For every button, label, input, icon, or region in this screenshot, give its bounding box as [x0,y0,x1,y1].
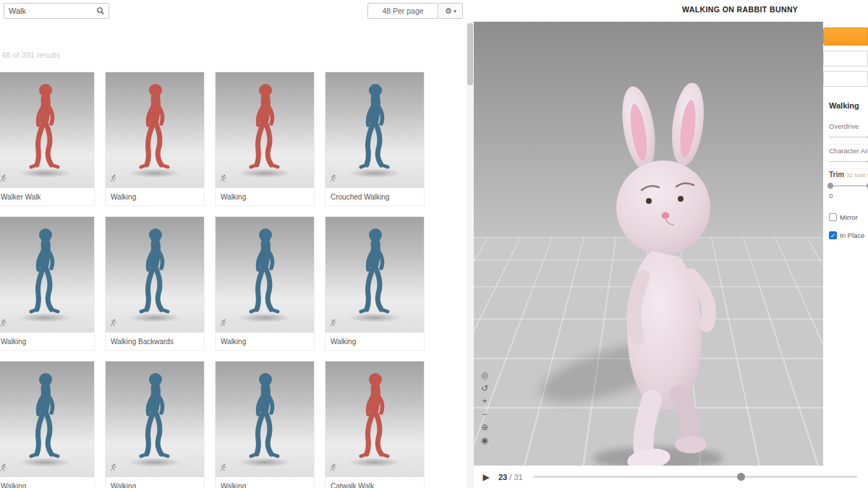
chevron-down-icon: ▾ [454,8,456,14]
checkbox-row[interactable]: Mirror [829,208,868,226]
preview-title: WALKING ON RABBIT BUNNY [682,5,798,14]
motion-type-run-icon [219,172,227,185]
camera-icon[interactable]: ◉ [480,435,490,445]
timeline-slider[interactable] [533,466,857,488]
animation-card[interactable]: Walking [0,361,94,488]
animation-card-label: Walking [216,477,314,488]
results-count: 48 of 391 results [1,51,60,59]
trim-label: Trim32 total f [829,171,868,179]
animation-card[interactable]: Walking Backwards [106,217,204,350]
viewport-controls: ◎↺+−⊕◉ [480,370,490,445]
mannequin-figure [349,224,400,325]
checkbox[interactable] [829,213,837,221]
library-topbar: 48 Per page ⚙ ▾ [0,0,474,22]
animation-card-label: Walking [0,333,94,350]
mannequin-figure [129,224,180,325]
download-button[interactable] [823,27,868,46]
animation-card-label: Walking [216,333,314,350]
timeline-track[interactable] [533,476,857,478]
trim-value: 0 [829,192,868,200]
sidebar-action-button-2[interactable] [823,71,868,87]
trim-control: Trim32 total f 0 [829,171,868,200]
sidebar-params: Overdrive Character Arm [829,120,868,169]
animation-card[interactable]: Walking [106,361,204,488]
zoom-in-icon[interactable]: + [480,396,490,406]
search-input[interactable] [4,7,93,15]
mannequin-figure [129,369,180,470]
animation-thumbnail [326,72,424,188]
motion-type-run-icon [329,172,337,185]
settings-sidebar: Walking Overdrive Character Arm Trim32 t… [823,22,868,466]
per-page-select[interactable]: 48 Per page [367,3,438,19]
animation-thumbnail [216,217,314,333]
animation-card-label: Walking [106,477,204,488]
param-label: Character Arm [829,145,868,155]
preview-panel: WALKING ON RABBIT BUNNY [474,0,868,488]
checkbox[interactable]: ✓ [829,231,837,239]
trim-handle-start[interactable] [827,183,833,189]
animation-card[interactable]: Crouched Walking [326,72,424,205]
animation-name: Walking [829,101,868,110]
animation-thumbnail [0,361,94,477]
motion-type-run-icon [219,461,227,474]
reset-view-icon[interactable]: ↺ [480,383,490,393]
play-button[interactable]: ▶ [474,472,498,482]
mannequin-figure [20,224,70,325]
mannequin-figure [129,80,180,181]
character-rabbit [582,83,749,466]
mannequin-figure [239,224,290,325]
animation-card-label: Walking Backwards [106,333,204,350]
orbit-icon[interactable]: ◎ [480,370,490,380]
param-slider[interactable] [829,161,868,162]
animation-thumbnail [216,361,314,477]
animation-card[interactable]: Walking [106,72,204,205]
search-icon[interactable] [93,7,109,15]
animation-library-panel: Walker Walk Walking [0,0,474,488]
param-row: Overdrive [829,120,868,145]
trim-range-slider[interactable] [829,185,868,187]
animation-thumbnail [0,217,94,333]
animation-grid: Walker Walk Walking [0,72,430,488]
scrollbar[interactable] [467,22,474,488]
zoom-out-icon[interactable]: − [480,409,490,419]
mannequin-figure [20,369,70,470]
motion-type-run-icon [109,461,117,474]
animation-card[interactable]: Walker Walk [0,72,94,205]
animation-card-label: Catwalk Walk [326,477,424,488]
settings-button[interactable]: ⚙ ▾ [439,3,463,19]
trim-total-note: 32 total f [846,172,868,179]
motion-type-run-icon [109,317,117,330]
animation-thumbnail [0,72,94,188]
mannequin-figure [349,80,400,181]
sidebar-checkboxes: Mirror ✓ In Place [829,208,868,244]
focus-icon[interactable]: ⊕ [480,422,490,432]
rabbit-head [616,160,710,254]
viewport-3d[interactable]: ◎↺+−⊕◉ [474,22,823,466]
animation-thumbnail [216,72,314,188]
mannequin-figure [239,80,290,181]
animation-thumbnail [326,217,424,333]
checkbox-label: Mirror [840,213,858,221]
animation-card-label: Walker Walk [0,188,94,205]
mannequin-figure [20,80,70,181]
frame-counter: 23 / 31 [498,473,523,481]
param-slider[interactable] [829,137,868,137]
animation-card[interactable]: Walking [216,361,314,488]
animation-card[interactable]: Walking [0,217,94,350]
animation-card[interactable]: Walking [326,217,424,350]
animation-thumbnail [106,361,204,477]
animation-card[interactable]: Catwalk Walk [326,361,424,488]
motion-type-run-icon [219,317,227,330]
checkbox-row[interactable]: ✓ In Place [829,226,868,244]
scrollbar-thumb[interactable] [467,23,473,85]
animation-card-label: Crouched Walking [326,188,424,205]
search-box [4,3,109,19]
rabbit-ears [617,83,708,172]
motion-type-run-icon [109,172,117,185]
animation-card-label: Walking [0,477,94,488]
animation-card[interactable]: Walking [216,72,314,205]
timeline-handle[interactable] [737,473,745,481]
animation-card[interactable]: Walking [216,217,314,350]
sidebar-action-button-1[interactable] [823,51,868,67]
mannequin-figure [349,369,400,470]
